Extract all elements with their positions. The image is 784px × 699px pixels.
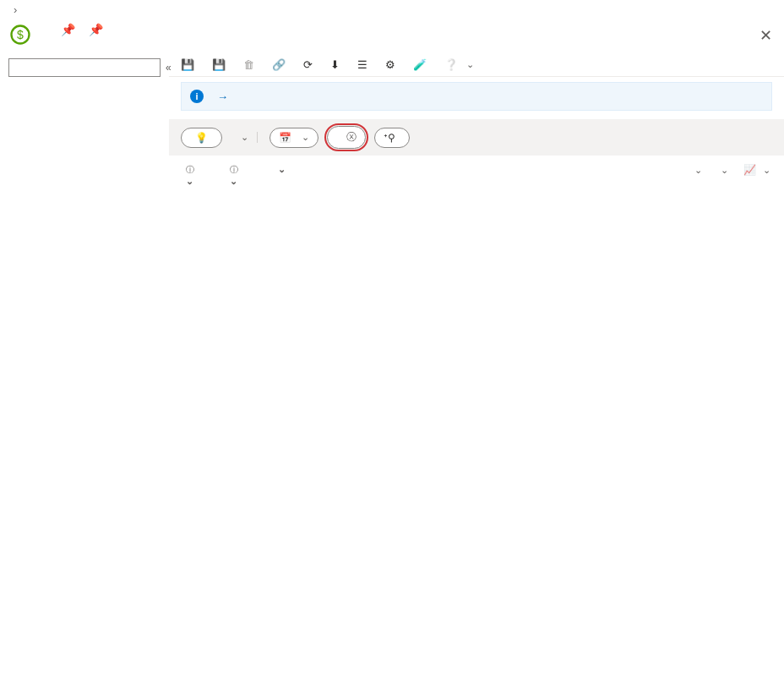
info-icon[interactable]: ⓘ (186, 164, 194, 176)
stat-actual-cost: ⓘ ⌄ (182, 164, 194, 187)
toolbar: 💾 💾 🗑 🔗 ⟳ ⬇ ☰ ⚙ 🧪 ❔ ⌄ (169, 53, 784, 77)
pin-icon-alt[interactable]: 📌 (89, 23, 103, 36)
settings-button[interactable]: ⚙ (385, 58, 400, 71)
chevron-down-icon[interactable]: ⌄ (278, 164, 286, 175)
remove-filter-icon[interactable]: ⓧ (346, 130, 357, 145)
cost-by-resource-button[interactable]: ☰ (357, 58, 372, 71)
stat-budget: ⌄ (271, 164, 286, 175)
try-preview-button[interactable]: 🧪 (413, 58, 431, 71)
arrow-right-icon: → (217, 90, 228, 103)
filter-icon: ᐩ⚲ (384, 132, 395, 144)
date-pill[interactable]: 📅 ⌄ (270, 128, 318, 148)
cost-scope-icon: $ (8, 23, 32, 46)
pin-icon[interactable]: 📌 (61, 23, 75, 36)
feedback-info-bar[interactable]: i → (181, 82, 772, 111)
info-icon: i (190, 90, 204, 103)
download-button[interactable]: ⬇ (330, 58, 344, 71)
stat-forecast: ⓘ ⌄ (226, 164, 238, 187)
page-header: $ 📌 📌 ✕ (0, 19, 784, 53)
calendar-icon: 📅 (279, 132, 291, 144)
cost-chart (182, 190, 770, 478)
service-filter-pill[interactable]: ⓧ (327, 126, 366, 149)
filter-row: 💡 ⌄ 📅 ⌄ ⓧ ᐩ⚲ (169, 119, 784, 156)
view-selector[interactable]: ⌄ (231, 132, 258, 143)
chevron-down-icon[interactable]: ⌄ (230, 176, 237, 187)
main-content: 💾 💾 🗑 🔗 ⟳ ⬇ ☰ ⚙ 🧪 ❔ ⌄ i → 💡 (169, 53, 784, 516)
help-button[interactable]: ❔ ⌄ (444, 58, 474, 71)
chart-area-icon: 📈 (743, 164, 756, 176)
scope-pill[interactable]: 💡 (181, 128, 222, 148)
search-input[interactable] (8, 58, 161, 77)
chevron-right-icon: › (14, 3, 17, 16)
chart-legend (169, 478, 784, 503)
add-filter-button[interactable]: ᐩ⚲ (374, 128, 410, 148)
sidebar: 🔍 « (0, 53, 169, 516)
share-button[interactable]: 🔗 (272, 58, 290, 71)
refresh-button[interactable]: ⟳ (303, 58, 317, 71)
close-icon[interactable]: ✕ (756, 23, 776, 48)
cards-row (169, 503, 784, 516)
chevron-down-icon[interactable]: ⌄ (186, 176, 193, 187)
breadcrumb: › (0, 0, 784, 19)
granularity-selector[interactable]: ⌄ (717, 165, 728, 176)
delete-view-button: 🗑 (243, 58, 259, 71)
chart-type-selector[interactable]: 📈 ⌄ (743, 164, 770, 176)
group-by-selector[interactable]: ⌄ (691, 165, 702, 176)
stats-row: ⓘ ⌄ ⓘ ⌄ ⌄ ⌄ ⌄ 📈 ⌄ (169, 156, 784, 190)
save-button[interactable]: 💾 (181, 58, 199, 71)
info-icon[interactable]: ⓘ (230, 164, 238, 176)
svg-text:$: $ (17, 28, 24, 41)
page-title: 📌 📌 (37, 23, 103, 36)
lightbulb-icon: 💡 (195, 132, 208, 144)
save-as-button[interactable]: 💾 (212, 58, 230, 71)
